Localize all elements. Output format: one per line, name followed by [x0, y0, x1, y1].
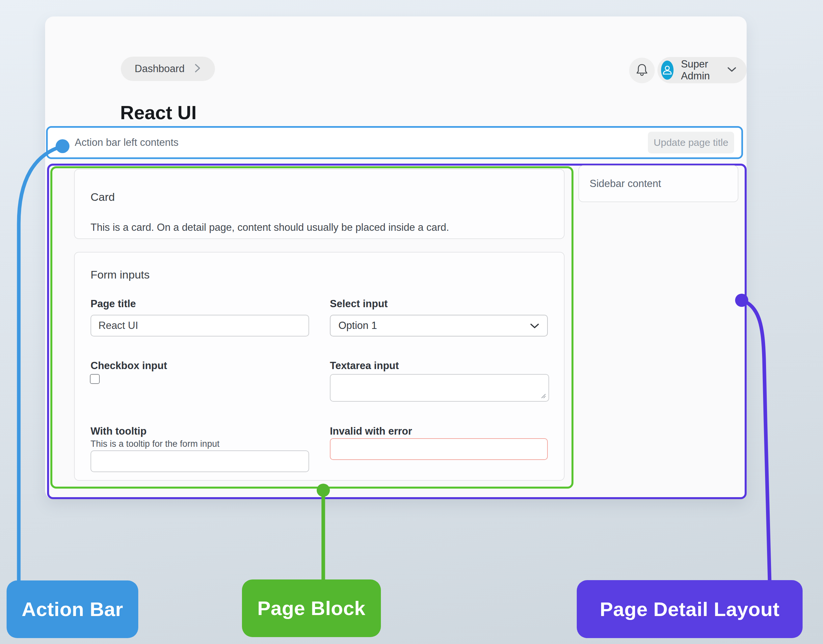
sidebar-card: Sidebar content	[578, 165, 739, 202]
annotation-action-bar: Action Bar	[6, 580, 138, 638]
chevron-right-icon	[194, 63, 201, 75]
action-bar-left-contents: Action bar left contents	[75, 136, 178, 149]
content-card: Card This is a card. On a detail page, c…	[74, 169, 565, 239]
error-field-label: Invalid with error	[330, 425, 412, 437]
breadcrumb[interactable]: Dashboard	[121, 57, 215, 81]
tooltip-helper-text: This is a tooltip for the form input	[90, 439, 219, 449]
tooltip-field-label: With tooltip	[90, 425, 147, 437]
sidebar-content-text: Sidebar content	[590, 178, 661, 190]
textarea-field-label: Textarea input	[330, 360, 399, 372]
tooltip-input[interactable]	[90, 451, 309, 472]
page-title-field-label: Page title	[90, 298, 136, 310]
invalid-input[interactable]	[330, 438, 548, 460]
update-page-title-button[interactable]: Update page title	[648, 132, 734, 153]
checkbox-field-label: Checkbox input	[90, 360, 167, 372]
form-card: Form inputs Page title Select input Opti…	[74, 252, 565, 481]
page-title: React UI	[120, 101, 196, 123]
user-name: Super Admin	[681, 58, 720, 82]
notifications-button[interactable]	[629, 58, 655, 83]
page-title-input[interactable]	[90, 315, 309, 336]
card-title: Card	[90, 191, 115, 204]
form-card-title: Form inputs	[90, 268, 150, 281]
select-input[interactable]: Option 1	[330, 315, 548, 336]
annotation-page-block: Page Block	[242, 580, 381, 637]
user-menu[interactable]: Super Admin	[657, 57, 746, 83]
textarea-input[interactable]	[330, 374, 549, 402]
card-body-text: This is a card. On a detail page, conten…	[90, 222, 449, 233]
select-chevron-icon	[530, 320, 539, 331]
chevron-down-icon	[727, 66, 737, 74]
select-field-label: Select input	[330, 298, 388, 310]
bell-icon	[635, 63, 648, 78]
select-value: Option 1	[339, 320, 377, 331]
screenshot-root: Dashboard Super Admin	[0, 0, 823, 644]
breadcrumb-item-dashboard[interactable]: Dashboard	[135, 63, 185, 75]
annotation-page-detail-layout: Page Detail Layout	[577, 580, 803, 638]
checkbox-input[interactable]	[90, 374, 100, 384]
action-bar: Action bar left contents Update page tit…	[46, 126, 743, 159]
avatar	[661, 61, 674, 80]
